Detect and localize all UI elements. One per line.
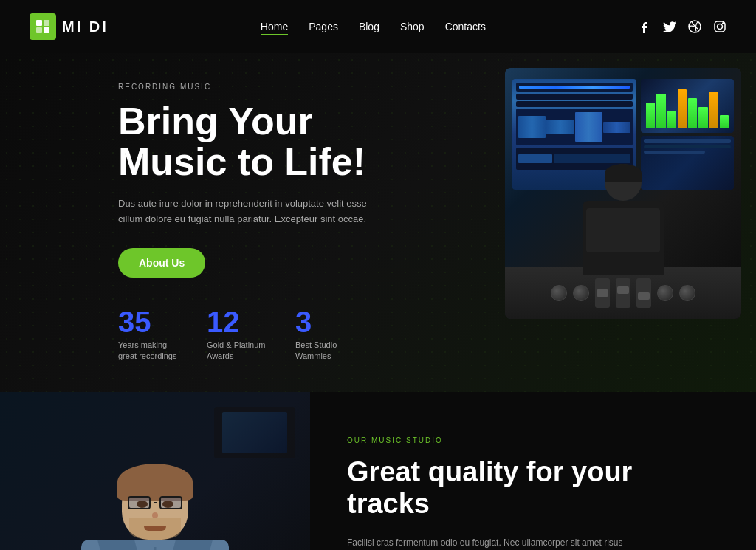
stat-wammies-number: 3 — [295, 307, 354, 337]
studio-description: Facilisi cras fermentum odio eu feugiat.… — [347, 535, 642, 550]
recording-label: RECORDING MUSIC — [118, 83, 475, 91]
hero-title-line1: Bring Your — [118, 100, 313, 142]
nav-blog[interactable]: Blog — [359, 21, 379, 32]
studio-image — [505, 68, 741, 319]
instagram-icon[interactable] — [713, 20, 726, 33]
svg-rect-0 — [36, 20, 42, 26]
stat-years-number: 35 — [118, 307, 177, 337]
nav-home[interactable]: Home — [261, 21, 288, 32]
stat-wammies-label: Best Studio Wammies — [295, 340, 354, 362]
stat-years: 35 Years making great recordings — [118, 307, 177, 362]
hero-title: Bring Your Music to Life! — [118, 101, 475, 182]
stat-wammies: 3 Best Studio Wammies — [295, 307, 354, 362]
hero-image-area — [505, 53, 756, 392]
hero-section: RECORDING MUSIC Bring Your Music to Life… — [0, 53, 756, 392]
studio-img-placeholder — [505, 68, 741, 319]
person-placeholder — [0, 392, 310, 550]
person-photo — [0, 392, 310, 550]
hero-title-line2: Music to Life! — [118, 140, 365, 183]
hero-description: Dus aute irure dolor in reprehenderit in… — [118, 196, 369, 227]
hero-content: RECORDING MUSIC Bring Your Music to Life… — [0, 53, 505, 392]
dribbble-icon[interactable] — [688, 20, 701, 33]
logo-text: MI DI — [62, 18, 109, 35]
studio-section-title: Great quality for your tracks — [347, 456, 719, 520]
nav-pages[interactable]: Pages — [309, 21, 338, 32]
nav-shop[interactable]: Shop — [400, 21, 425, 32]
studio-section-label: OUR MUSIC STUDIO — [347, 436, 719, 444]
stat-awards: 12 Gold & Platinum Awards — [207, 307, 266, 362]
svg-point-7 — [723, 23, 724, 24]
social-links — [638, 20, 726, 33]
svg-rect-3 — [44, 27, 49, 33]
twitter-icon[interactable] — [663, 20, 676, 33]
logo[interactable]: MI DI — [30, 13, 109, 40]
header: MI DI Home Pages Blog Shop Contacts — [0, 0, 756, 53]
studio-info: OUR MUSIC STUDIO Great quality for your … — [310, 392, 756, 550]
studio-quality-section: OUR MUSIC STUDIO Great quality for your … — [0, 392, 756, 550]
stats-row: 35 Years making great recordings 12 Gold… — [118, 307, 475, 362]
studio-title-line1: Great quality for your — [347, 456, 632, 487]
stat-awards-label: Gold & Platinum Awards — [207, 340, 266, 362]
stat-years-label: Years making great recordings — [118, 340, 177, 362]
svg-point-6 — [717, 24, 722, 30]
stat-awards-number: 12 — [207, 307, 266, 337]
main-nav: Home Pages Blog Shop Contacts — [261, 21, 486, 32]
logo-icon — [30, 13, 56, 40]
facebook-icon[interactable] — [638, 20, 651, 33]
nav-contacts[interactable]: Contacts — [445, 21, 486, 32]
studio-title-line2: tracks — [347, 488, 430, 519]
svg-rect-1 — [44, 20, 49, 26]
about-us-button[interactable]: About Us — [118, 248, 205, 278]
svg-rect-2 — [36, 27, 42, 33]
